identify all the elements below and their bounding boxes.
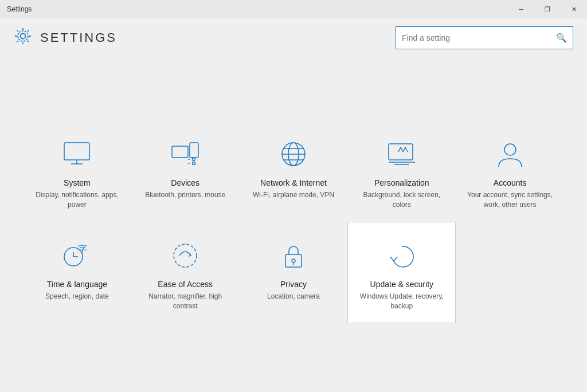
svg-rect-6 [190,143,198,158]
settings-item-name-time: Time & language [47,280,107,289]
svg-line-26 [189,256,191,256]
privacy-icon [276,238,311,273]
settings-item-devices[interactable]: DevicesBluetooth, printers, mouse [131,120,240,222]
settings-gear-icon [14,27,32,49]
settings-item-desc-devices: Bluetooth, printers, mouse [145,190,225,200]
settings-item-name-devices: Devices [171,178,199,187]
header-title: SETTINGS [40,30,117,45]
svg-text:字: 字 [78,244,87,254]
titlebar-title: Settings [7,5,32,13]
devices-icon [168,137,202,171]
settings-item-network[interactable]: Network & InternetWi-Fi, airplane mode, … [240,120,348,222]
network-icon [276,137,311,171]
svg-rect-16 [389,144,413,160]
personalization-icon [385,137,419,171]
settings-item-desc-privacy: Location, camera [267,292,320,301]
svg-rect-27 [285,254,302,267]
svg-point-1 [18,31,28,41]
main-content: SETTINGS 🔍 SystemDisplay, notifications,… [0,18,587,392]
settings-item-system[interactable]: SystemDisplay, notifications, apps, powe… [23,120,131,222]
minimize-button[interactable]: ─ [508,0,534,18]
settings-grid: SystemDisplay, notifications, apps, powe… [23,120,564,323]
settings-item-desc-update: Windows Update, recovery, backup [357,292,446,311]
close-button[interactable]: ✕ [561,0,587,18]
svg-point-8 [193,162,195,165]
settings-item-personalization[interactable]: PersonalizationBackground, lock screen, … [347,120,456,222]
settings-item-desc-ease: Narrator, magnifier, high contrast [141,292,230,311]
settings-item-accounts[interactable]: AccountsYour account, sync settings, wor… [456,120,564,222]
svg-point-7 [193,158,195,161]
settings-item-time[interactable]: 字 Time & languageSpeech, region, date [23,222,131,323]
settings-item-name-update: Update & security [370,280,434,289]
header: SETTINGS 🔍 [0,18,587,57]
accounts-icon [493,137,527,171]
settings-item-name-ease: Ease of Access [158,280,213,289]
settings-item-desc-accounts: Your account, sync settings, work, other… [465,190,554,210]
settings-grid-container: SystemDisplay, notifications, apps, powe… [0,57,587,392]
svg-rect-2 [64,143,89,160]
titlebar: Settings ─ ❐ ✕ [0,0,587,18]
ease-icon [168,238,202,273]
titlebar-controls: ─ ❐ ✕ [508,0,587,18]
svg-point-0 [21,33,26,38]
settings-item-name-system: System [64,178,91,187]
header-left: SETTINGS [14,27,117,49]
time-icon: 字 [60,238,94,273]
search-icon: 🔍 [556,33,567,43]
search-input[interactable] [402,33,556,42]
settings-item-name-network: Network & Internet [260,178,327,187]
restore-button[interactable]: ❐ [534,0,561,18]
settings-item-privacy[interactable]: PrivacyLocation, camera [240,222,348,323]
settings-item-name-personalization: Personalization [374,178,429,187]
svg-point-28 [292,259,295,262]
settings-item-ease[interactable]: Ease of AccessNarrator, magnifier, high … [131,222,240,323]
svg-point-24 [174,244,197,267]
settings-item-desc-time: Speech, region, date [45,292,109,301]
settings-item-name-accounts: Accounts [494,178,527,187]
update-icon [385,238,419,273]
settings-item-desc-network: Wi-Fi, airplane mode, VPN [253,190,334,200]
svg-rect-5 [172,146,188,158]
search-box[interactable]: 🔍 [396,26,573,49]
settings-item-desc-system: Display, notifications, apps, power [33,190,122,210]
settings-item-update[interactable]: Update & securityWindows Update, recover… [347,222,456,323]
settings-item-desc-personalization: Background, lock screen, colors [357,190,446,210]
system-icon [60,137,94,171]
settings-item-name-privacy: Privacy [280,280,307,289]
svg-point-19 [504,144,516,155]
